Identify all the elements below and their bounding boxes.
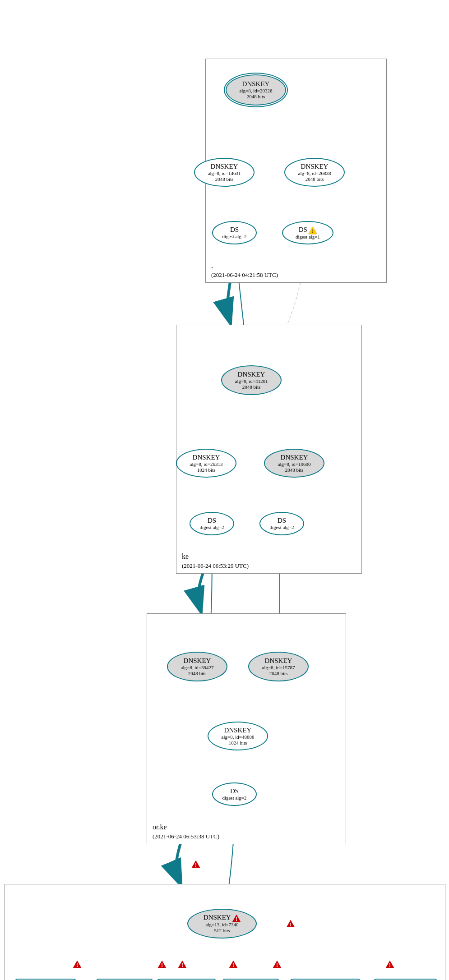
node-title: DNSKEY [265,657,292,665]
node-line2: alg=8, id=26838 [298,170,331,176]
error-icon: ! [178,961,186,968]
node-orke-ds[interactable]: DS digest alg=2 [212,782,257,806]
node-line2: alg=13, id=7240 [206,922,239,928]
node-line2: alg=8, id=41201 [235,378,268,384]
warning-icon: ! [309,227,317,234]
error-icon: ! [158,961,166,968]
node-line3: 1024 bits [229,740,247,746]
node-line2: alg=8, id=10600 [278,461,311,467]
node-line3: 2048 bits [306,176,324,182]
node-root-zsk2[interactable]: DNSKEY alg=8, id=26838 2048 bits [284,158,345,187]
node-title: DS [230,226,239,234]
zone-orke-name: or.ke [153,823,167,831]
node-orke-ksk2[interactable]: DNSKEY alg=8, id=15787 2048 bits [248,652,309,681]
zone-ke-timestamp: (2021-06-24 06:53:29 UTC) [182,562,249,570]
node-ke-ksk[interactable]: DNSKEY alg=8, id=41201 2048 bits [221,365,282,395]
node-line2: digest alg=2 [199,525,224,530]
node-title: DNSKEY [281,454,308,461]
node-title: DS [299,226,307,233]
node-title: DNSKEY [224,727,252,734]
node-line3: 2048 bits [247,94,265,100]
node-line2: alg=8, id=20326 [240,88,273,94]
zone-orke-timestamp: (2021-06-24 06:53:38 UTC) [153,833,219,840]
zone-root-name: . [211,262,213,270]
node-title: DS [208,517,216,525]
node-kenic-key[interactable]: DNSKEY ! alg=13, id=7240 512 bits [187,909,257,939]
node-root-ds2[interactable]: DS digest alg=2 [212,221,257,244]
error-icon: ! [192,860,200,868]
node-root-ksk[interactable]: DNSKEY alg=8, id=20326 2048 bits [226,74,286,106]
node-ke-key2[interactable]: DNSKEY alg=8, id=10600 2048 bits [264,449,324,478]
node-orke-ksk1[interactable]: DNSKEY alg=8, id=39427 2048 bits [167,652,227,681]
node-title: DNSKEY [238,371,265,378]
node-title: DS [230,787,239,795]
node-line2: digest alg=1 [296,234,320,240]
node-title: DNSKEY [211,163,238,170]
node-title: DNSKEY [242,80,270,88]
node-line3: 2048 bits [215,176,234,182]
node-ke-zsk[interactable]: DNSKEY alg=8, id=26313 1024 bits [176,449,236,478]
zone-root-timestamp: (2021-06-24 04:21:58 UTC) [211,271,278,279]
node-line3: 2048 bits [285,467,304,473]
node-root-zsk1[interactable]: DNSKEY alg=8, id=14631 2048 bits [194,158,255,187]
error-icon: ! [386,961,394,968]
node-line2: alg=8, id=15787 [262,665,295,671]
node-line2: alg=8, id=48888 [222,734,255,740]
node-line2: digest alg=2 [222,234,246,239]
node-line3: 2048 bits [269,671,288,676]
zone-ke-name: ke [182,552,189,561]
node-line2: alg=8, id=39427 [181,665,214,671]
node-line3: 1024 bits [197,467,216,473]
error-icon: ! [287,920,295,927]
node-title: DNSKEY [301,163,329,170]
error-icon: ! [73,961,81,968]
node-title: DNSKEY [193,454,220,461]
node-line3: 2048 bits [188,671,207,676]
error-icon: ! [229,961,237,968]
node-line3: 512 bits [214,928,230,934]
node-line2: digest alg=2 [269,525,294,530]
node-ke-ds2[interactable]: DS digest alg=2 [259,512,304,535]
node-orke-zsk[interactable]: DNSKEY alg=8, id=48888 1024 bits [208,722,268,750]
node-title: DS [278,517,286,525]
node-line2: alg=8, id=26313 [190,461,223,467]
error-icon: ! [232,915,241,922]
node-title: DNSKEY [204,914,231,921]
node-line2: alg=8, id=14631 [208,170,241,176]
error-icon: ! [273,961,281,968]
node-line3: 2048 bits [242,384,261,390]
node-ke-ds1[interactable]: DS digest alg=2 [190,512,234,535]
node-line2: digest alg=2 [222,795,246,801]
node-root-ds1[interactable]: DS ! digest alg=1 [282,221,333,244]
node-title: DNSKEY [184,657,211,665]
